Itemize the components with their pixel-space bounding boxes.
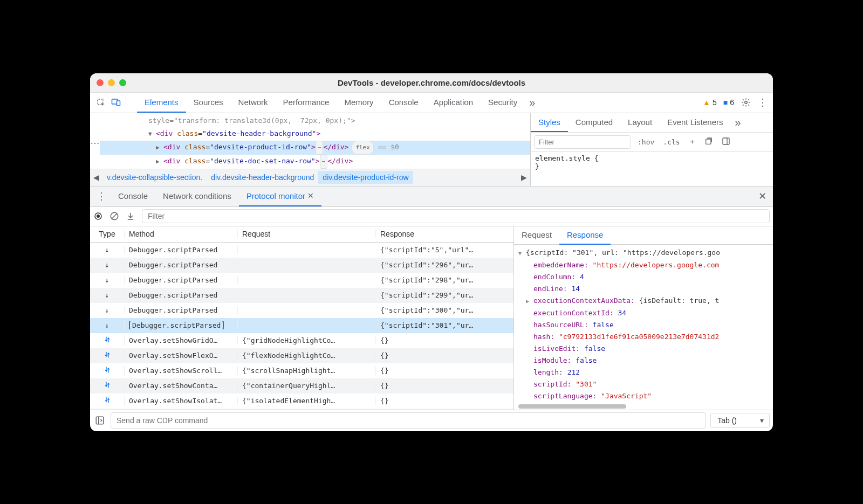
- table-row[interactable]: Emulation.setEmitTouc…{"enabled":true,"c…: [90, 409, 513, 410]
- cell-request: {"scrollSnapHighlight…: [238, 367, 376, 375]
- tab-network[interactable]: Network: [231, 92, 276, 113]
- detail-tab-request[interactable]: Request: [514, 226, 559, 245]
- styles-filter-input[interactable]: [534, 135, 631, 149]
- drawer-tabs: ⋮ Console Network conditions Protocol mo…: [90, 187, 773, 207]
- direction-both-icon: [90, 365, 125, 376]
- cls-button[interactable]: .cls: [661, 137, 682, 147]
- table-row[interactable]: ↓Debugger.scriptParsed{"scriptId":"5","u…: [90, 243, 513, 258]
- cell-response: {"scriptId":"300","ur…: [376, 306, 513, 314]
- col-header-request[interactable]: Request: [238, 230, 376, 238]
- horizontal-scrollbar[interactable]: [518, 404, 626, 409]
- record-icon[interactable]: [93, 211, 103, 221]
- table-row[interactable]: ↓Debugger.scriptParsed{"scriptId":"296",…: [90, 258, 513, 273]
- breadcrumb: ◀ v.devsite-collapsible-section. div.dev…: [90, 169, 530, 186]
- flex-badge[interactable]: flex: [352, 141, 374, 155]
- minimize-window-button[interactable]: [108, 79, 115, 86]
- tab-elements[interactable]: Elements: [137, 92, 186, 113]
- drawer-tab-console[interactable]: Console: [111, 186, 155, 206]
- device-toggle-icon[interactable]: [109, 96, 122, 109]
- direction-both-icon: [90, 381, 125, 391]
- protocol-monitor-footer: Tab (): [90, 410, 773, 431]
- breadcrumb-item[interactable]: div.devsite-header-background: [207, 171, 318, 184]
- tab-memory[interactable]: Memory: [337, 92, 381, 113]
- styles-overflow-icon[interactable]: »: [735, 116, 741, 129]
- col-header-response[interactable]: Response: [376, 230, 513, 238]
- cell-method: Overlay.setShowIsolat…: [125, 397, 238, 405]
- col-header-type[interactable]: Type: [90, 230, 125, 238]
- tab-styles[interactable]: Styles: [531, 113, 568, 132]
- direction-in-icon: ↓: [90, 321, 125, 329]
- response-json[interactable]: ▼{scriptId: "301", url: "https://develop…: [514, 245, 773, 403]
- cell-response: {"scriptId":"301","ur…: [376, 321, 513, 329]
- close-tab-icon[interactable]: ✕: [307, 191, 314, 200]
- breadcrumb-item[interactable]: v.devsite-collapsible-section.: [102, 171, 207, 184]
- settings-icon[interactable]: [739, 96, 752, 109]
- maximize-window-button[interactable]: [119, 79, 126, 86]
- table-row[interactable]: ↓Debugger.scriptParsed{"scriptId":"299",…: [90, 288, 513, 303]
- new-style-button[interactable]: ＋: [687, 136, 698, 148]
- table-row[interactable]: Overlay.setShowIsolat…{"isolatedElementH…: [90, 393, 513, 409]
- tab-security[interactable]: Security: [481, 92, 525, 113]
- breadcrumb-right-icon[interactable]: ▶: [518, 173, 530, 182]
- save-icon[interactable]: [126, 211, 135, 221]
- svg-rect-5: [723, 138, 729, 144]
- cell-request: {"flexNodeHighlightCo…: [238, 351, 376, 360]
- toggle-command-pane-icon[interactable]: [93, 414, 106, 427]
- table-row[interactable]: Overlay.setShowScroll…{"scrollSnapHighli…: [90, 363, 513, 378]
- protocol-filter-input[interactable]: [142, 209, 770, 223]
- cell-response: {}: [376, 351, 513, 360]
- breadcrumb-item-selected[interactable]: div.devsite-product-id-row: [318, 171, 413, 184]
- close-window-button[interactable]: [97, 79, 104, 86]
- cell-method: Debugger.scriptParsed: [125, 261, 238, 269]
- protocol-monitor-toolbar: [90, 207, 773, 226]
- table-row[interactable]: Overlay.setShowFlexO…{"flexNodeHighlight…: [90, 348, 513, 363]
- style-rule-close: }: [535, 162, 769, 170]
- table-row[interactable]: ↓Debugger.scriptParsed{"scriptId":"298",…: [90, 273, 513, 288]
- svg-point-3: [745, 101, 748, 104]
- issues-badge[interactable]: ■6: [721, 97, 736, 108]
- styles-tabs: Styles Computed Layout Event Listeners »: [531, 113, 773, 133]
- more-menu-icon[interactable]: ⋮: [756, 96, 770, 108]
- cdp-command-input[interactable]: [111, 412, 706, 429]
- drawer-tab-network-conditions[interactable]: Network conditions: [155, 186, 239, 206]
- styles-body[interactable]: element.style { }: [531, 152, 773, 172]
- tab-computed[interactable]: Computed: [568, 113, 620, 132]
- tab-layout[interactable]: Layout: [620, 113, 660, 132]
- drawer-more-icon[interactable]: ⋮: [92, 190, 111, 202]
- clear-icon[interactable]: [109, 211, 119, 221]
- cell-method: Overlay.setShowFlexO…: [125, 351, 238, 360]
- direction-in-icon: ↓: [90, 261, 125, 269]
- direction-both-icon: [90, 335, 125, 346]
- cell-method: Debugger.scriptParsed: [125, 276, 238, 284]
- target-dropdown[interactable]: Tab (): [710, 413, 770, 428]
- main-tabs: Elements Sources Network Performance Mem…: [137, 92, 701, 113]
- elements-tree[interactable]: style="transform: translate3d(0px, -72px…: [100, 113, 530, 169]
- tab-sources[interactable]: Sources: [186, 92, 231, 113]
- hov-button[interactable]: :hov: [635, 137, 656, 147]
- table-row[interactable]: ↓Debugger.scriptParsed{"scriptId":"300",…: [90, 303, 513, 318]
- cell-method: Overlay.setShowGridO…: [125, 336, 238, 344]
- tabs-overflow-icon[interactable]: »: [529, 96, 535, 109]
- tab-console[interactable]: Console: [381, 92, 426, 113]
- dollar-zero: == $0: [378, 143, 399, 151]
- detail-tab-response[interactable]: Response: [559, 226, 611, 245]
- inspect-icon[interactable]: [94, 96, 107, 109]
- drawer-tab-protocol-monitor[interactable]: Protocol monitor✕: [239, 186, 321, 206]
- table-row[interactable]: Overlay.setShowConta…{"containerQueryHig…: [90, 378, 513, 393]
- col-header-method[interactable]: Method: [125, 230, 238, 238]
- tab-event-listeners[interactable]: Event Listeners: [660, 113, 730, 132]
- tab-performance[interactable]: Performance: [276, 92, 337, 113]
- elements-more-icon[interactable]: …: [90, 113, 100, 169]
- close-drawer-icon[interactable]: ✕: [754, 190, 771, 202]
- warnings-badge[interactable]: ▲5: [701, 97, 719, 108]
- toggle-pane-icon[interactable]: [720, 136, 732, 148]
- copy-styles-icon[interactable]: [702, 136, 715, 148]
- cell-response: {}: [376, 367, 513, 375]
- cell-response: {"scriptId":"5","url"…: [376, 246, 513, 254]
- breadcrumb-left-icon[interactable]: ◀: [90, 173, 102, 182]
- table-row[interactable]: ↓Debugger.scriptParsed{"scriptId":"301",…: [90, 318, 513, 333]
- issues-count: 6: [730, 98, 734, 107]
- table-row[interactable]: Overlay.setShowGridO…{"gridNodeHighlight…: [90, 333, 513, 348]
- tab-application[interactable]: Application: [426, 92, 481, 113]
- direction-both-icon: [90, 350, 125, 361]
